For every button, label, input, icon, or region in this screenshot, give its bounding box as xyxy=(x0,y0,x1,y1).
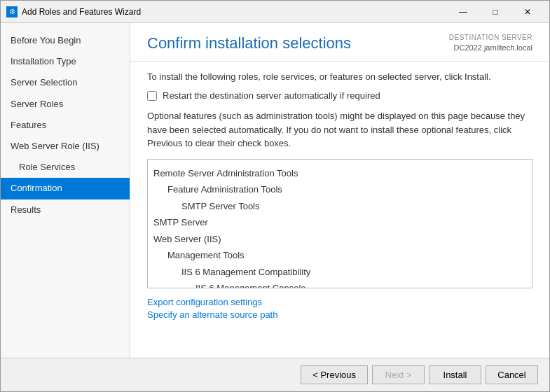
app-icon: ⚙ xyxy=(6,6,18,18)
title-bar: ⚙ Add Roles and Features Wizard — □ ✕ xyxy=(1,1,549,23)
next-button[interactable]: Next > xyxy=(372,365,425,384)
install-button[interactable]: Install xyxy=(429,365,481,384)
main-body: To install the following roles, role ser… xyxy=(130,62,549,358)
sidebar-item-before-you-begin[interactable]: Before You Begin xyxy=(1,30,130,51)
close-button[interactable]: ✕ xyxy=(511,1,544,23)
previous-button[interactable]: < Previous xyxy=(301,365,368,384)
alternate-source-link[interactable]: Specify an alternate source path xyxy=(147,309,532,320)
feature-item: SMTP Server Tools xyxy=(153,198,526,215)
feature-item: Feature Administration Tools xyxy=(153,181,526,198)
restart-checkbox-row: Restart the destination server automatic… xyxy=(147,90,532,101)
feature-item: Remote Server Administration Tools xyxy=(153,165,526,182)
feature-item: IIS 6 Management Console xyxy=(153,280,526,288)
sidebar-item-installation-type[interactable]: Installation Type xyxy=(1,51,130,72)
restart-checkbox[interactable] xyxy=(147,91,157,101)
features-list-box[interactable]: Remote Server Administration ToolsFeatur… xyxy=(147,159,532,288)
cancel-button[interactable]: Cancel xyxy=(486,365,538,384)
sidebar-item-server-roles[interactable]: Server Roles xyxy=(1,94,130,115)
export-config-link[interactable]: Export configuration settings xyxy=(147,297,532,307)
main-window: ⚙ Add Roles and Features Wizard — □ ✕ Be… xyxy=(0,0,550,392)
minimize-button[interactable]: — xyxy=(447,1,479,23)
sidebar-item-role-services[interactable]: Role Services xyxy=(1,157,130,178)
footer: < Previous Next > Install Cancel xyxy=(1,358,549,391)
sidebar-item-features[interactable]: Features xyxy=(1,115,130,136)
sidebar-item-confirmation[interactable]: Confirmation xyxy=(1,178,130,199)
optional-text: Optional features (such as administratio… xyxy=(147,109,532,150)
content-area: Before You BeginInstallation TypeServer … xyxy=(1,23,549,358)
main-content: Confirm installation selections DESTINAT… xyxy=(130,23,549,358)
window-title: Add Roles and Features Wizard xyxy=(22,7,447,17)
feature-item: Management Tools xyxy=(153,247,526,264)
feature-item: Web Server (IIS) xyxy=(153,231,526,248)
destination-server-name: DC2022.jamiltech.local xyxy=(449,43,532,53)
links-area: Export configuration settings Specify an… xyxy=(147,297,532,320)
window-controls: — □ ✕ xyxy=(447,1,544,23)
sidebar-item-results[interactable]: Results xyxy=(1,200,130,220)
instruction-text: To install the following roles, role ser… xyxy=(147,71,532,82)
sidebar: Before You BeginInstallation TypeServer … xyxy=(1,23,130,358)
feature-item: SMTP Server xyxy=(153,214,526,231)
sidebar-item-server-selection[interactable]: Server Selection xyxy=(1,72,130,93)
destination-label: DESTINATION SERVER xyxy=(449,33,532,43)
destination-server-info: DESTINATION SERVER DC2022.jamiltech.loca… xyxy=(449,33,532,53)
header-area: Confirm installation selections DESTINAT… xyxy=(130,23,549,62)
feature-item: IIS 6 Management Compatibility xyxy=(153,264,526,281)
sidebar-item-web-server-role-(iis)[interactable]: Web Server Role (IIS) xyxy=(1,136,130,157)
restart-checkbox-label: Restart the destination server automatic… xyxy=(163,90,380,101)
maximize-button[interactable]: □ xyxy=(479,1,511,23)
